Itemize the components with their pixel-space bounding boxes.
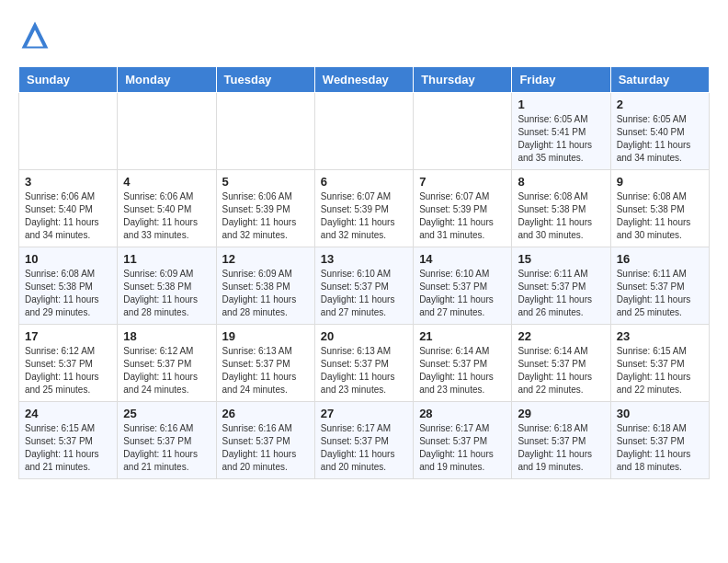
calendar-cell: 18Sunrise: 6:12 AM Sunset: 5:37 PM Dayli… (118, 325, 216, 402)
day-number: 29 (518, 407, 604, 420)
cell-info: Sunrise: 6:09 AM Sunset: 5:38 PM Dayligh… (123, 268, 210, 319)
cell-info: Sunrise: 6:18 AM Sunset: 5:37 PM Dayligh… (518, 422, 604, 474)
calendar-week-row: 3Sunrise: 6:06 AM Sunset: 5:40 PM Daylig… (19, 170, 710, 247)
calendar-cell: 26Sunrise: 6:16 AM Sunset: 5:37 PM Dayli… (216, 402, 314, 479)
calendar-cell: 19Sunrise: 6:13 AM Sunset: 5:37 PM Dayli… (216, 325, 314, 402)
cell-info: Sunrise: 6:10 AM Sunset: 5:37 PM Dayligh… (321, 268, 407, 319)
day-number: 17 (25, 329, 111, 343)
day-number: 11 (123, 252, 210, 266)
cell-info: Sunrise: 6:06 AM Sunset: 5:39 PM Dayligh… (222, 190, 309, 242)
day-number: 9 (617, 175, 703, 189)
day-number: 21 (419, 329, 506, 343)
cell-info: Sunrise: 6:14 AM Sunset: 5:37 PM Dayligh… (518, 345, 604, 396)
logo (18, 18, 55, 52)
cell-info: Sunrise: 6:06 AM Sunset: 5:40 PM Dayligh… (25, 190, 111, 242)
weekday-header: Sunday (19, 67, 118, 93)
calendar-cell: 11Sunrise: 6:09 AM Sunset: 5:38 PM Dayli… (118, 247, 216, 325)
calendar-cell: 8Sunrise: 6:08 AM Sunset: 5:38 PM Daylig… (512, 170, 610, 247)
calendar-cell: 12Sunrise: 6:09 AM Sunset: 5:38 PM Dayli… (216, 247, 314, 325)
calendar-cell: 14Sunrise: 6:10 AM Sunset: 5:37 PM Dayli… (414, 247, 512, 325)
cell-info: Sunrise: 6:11 AM Sunset: 5:37 PM Dayligh… (518, 268, 604, 319)
cell-info: Sunrise: 6:12 AM Sunset: 5:37 PM Dayligh… (25, 345, 111, 396)
calendar-cell: 13Sunrise: 6:10 AM Sunset: 5:37 PM Dayli… (314, 247, 413, 325)
calendar-cell: 17Sunrise: 6:12 AM Sunset: 5:37 PM Dayli… (19, 325, 118, 402)
day-number: 3 (25, 175, 111, 189)
day-number: 1 (518, 98, 604, 111)
day-number: 25 (123, 407, 210, 420)
calendar-cell: 3Sunrise: 6:06 AM Sunset: 5:40 PM Daylig… (19, 170, 118, 247)
cell-info: Sunrise: 6:07 AM Sunset: 5:39 PM Dayligh… (419, 190, 506, 242)
calendar-table: SundayMondayTuesdayWednesdayThursdayFrid… (18, 66, 710, 479)
day-number: 6 (321, 175, 407, 189)
calendar-cell: 29Sunrise: 6:18 AM Sunset: 5:37 PM Dayli… (512, 402, 610, 479)
cell-info: Sunrise: 6:15 AM Sunset: 5:37 PM Dayligh… (25, 422, 111, 474)
day-number: 22 (518, 329, 604, 343)
cell-info: Sunrise: 6:13 AM Sunset: 5:37 PM Dayligh… (222, 345, 309, 396)
calendar-cell: 22Sunrise: 6:14 AM Sunset: 5:37 PM Dayli… (512, 325, 610, 402)
cell-info: Sunrise: 6:08 AM Sunset: 5:38 PM Dayligh… (617, 190, 703, 242)
cell-info: Sunrise: 6:10 AM Sunset: 5:37 PM Dayligh… (419, 268, 506, 319)
day-number: 12 (222, 252, 309, 266)
calendar-header-row: SundayMondayTuesdayWednesdayThursdayFrid… (19, 67, 710, 93)
cell-info: Sunrise: 6:16 AM Sunset: 5:37 PM Dayligh… (123, 422, 210, 474)
day-number: 13 (321, 252, 407, 266)
weekday-header: Wednesday (314, 67, 413, 93)
day-number: 18 (123, 329, 210, 343)
calendar-cell (216, 93, 314, 170)
cell-info: Sunrise: 6:05 AM Sunset: 5:40 PM Dayligh… (617, 113, 703, 165)
calendar-cell: 10Sunrise: 6:08 AM Sunset: 5:38 PM Dayli… (19, 247, 118, 325)
logo-icon (18, 18, 51, 52)
day-number: 23 (617, 329, 703, 343)
calendar-cell (414, 93, 512, 170)
day-number: 8 (518, 175, 604, 189)
day-number: 7 (419, 175, 506, 189)
day-number: 10 (25, 252, 111, 266)
weekday-header: Tuesday (216, 67, 314, 93)
cell-info: Sunrise: 6:05 AM Sunset: 5:41 PM Dayligh… (518, 113, 604, 165)
calendar-cell (19, 93, 118, 170)
cell-info: Sunrise: 6:15 AM Sunset: 5:37 PM Dayligh… (617, 345, 703, 396)
cell-info: Sunrise: 6:18 AM Sunset: 5:37 PM Dayligh… (617, 422, 703, 474)
calendar-cell: 25Sunrise: 6:16 AM Sunset: 5:37 PM Dayli… (118, 402, 216, 479)
cell-info: Sunrise: 6:12 AM Sunset: 5:37 PM Dayligh… (123, 345, 210, 396)
cell-info: Sunrise: 6:17 AM Sunset: 5:37 PM Dayligh… (321, 422, 407, 474)
calendar-cell: 20Sunrise: 6:13 AM Sunset: 5:37 PM Dayli… (314, 325, 413, 402)
day-number: 24 (25, 407, 111, 420)
calendar-cell: 5Sunrise: 6:06 AM Sunset: 5:39 PM Daylig… (216, 170, 314, 247)
calendar-cell: 4Sunrise: 6:06 AM Sunset: 5:40 PM Daylig… (118, 170, 216, 247)
calendar-cell: 21Sunrise: 6:14 AM Sunset: 5:37 PM Dayli… (414, 325, 512, 402)
calendar-cell: 30Sunrise: 6:18 AM Sunset: 5:37 PM Dayli… (610, 402, 709, 479)
day-number: 16 (617, 252, 703, 266)
cell-info: Sunrise: 6:11 AM Sunset: 5:37 PM Dayligh… (617, 268, 703, 319)
calendar-cell: 2Sunrise: 6:05 AM Sunset: 5:40 PM Daylig… (610, 93, 709, 170)
calendar-cell: 28Sunrise: 6:17 AM Sunset: 5:37 PM Dayli… (414, 402, 512, 479)
day-number: 2 (617, 98, 703, 111)
calendar-cell: 1Sunrise: 6:05 AM Sunset: 5:41 PM Daylig… (512, 93, 610, 170)
weekday-header: Saturday (610, 67, 709, 93)
calendar-week-row: 1Sunrise: 6:05 AM Sunset: 5:41 PM Daylig… (19, 93, 710, 170)
cell-info: Sunrise: 6:08 AM Sunset: 5:38 PM Dayligh… (25, 268, 111, 319)
cell-info: Sunrise: 6:14 AM Sunset: 5:37 PM Dayligh… (419, 345, 506, 396)
calendar-cell: 7Sunrise: 6:07 AM Sunset: 5:39 PM Daylig… (414, 170, 512, 247)
day-number: 26 (222, 407, 309, 420)
day-number: 28 (419, 407, 506, 420)
day-number: 20 (321, 329, 407, 343)
calendar-week-row: 10Sunrise: 6:08 AM Sunset: 5:38 PM Dayli… (19, 247, 710, 325)
cell-info: Sunrise: 6:06 AM Sunset: 5:40 PM Dayligh… (123, 190, 210, 242)
day-number: 14 (419, 252, 506, 266)
calendar-cell: 27Sunrise: 6:17 AM Sunset: 5:37 PM Dayli… (314, 402, 413, 479)
calendar-cell: 24Sunrise: 6:15 AM Sunset: 5:37 PM Dayli… (19, 402, 118, 479)
day-number: 30 (617, 407, 703, 420)
weekday-header: Friday (512, 67, 610, 93)
cell-info: Sunrise: 6:07 AM Sunset: 5:39 PM Dayligh… (321, 190, 407, 242)
calendar-cell: 9Sunrise: 6:08 AM Sunset: 5:38 PM Daylig… (610, 170, 709, 247)
day-number: 4 (123, 175, 210, 189)
calendar-cell (314, 93, 413, 170)
day-number: 27 (321, 407, 407, 420)
calendar-cell (118, 93, 216, 170)
cell-info: Sunrise: 6:08 AM Sunset: 5:38 PM Dayligh… (518, 190, 604, 242)
cell-info: Sunrise: 6:09 AM Sunset: 5:38 PM Dayligh… (222, 268, 309, 319)
cell-info: Sunrise: 6:13 AM Sunset: 5:37 PM Dayligh… (321, 345, 407, 396)
calendar-cell: 15Sunrise: 6:11 AM Sunset: 5:37 PM Dayli… (512, 247, 610, 325)
day-number: 19 (222, 329, 309, 343)
